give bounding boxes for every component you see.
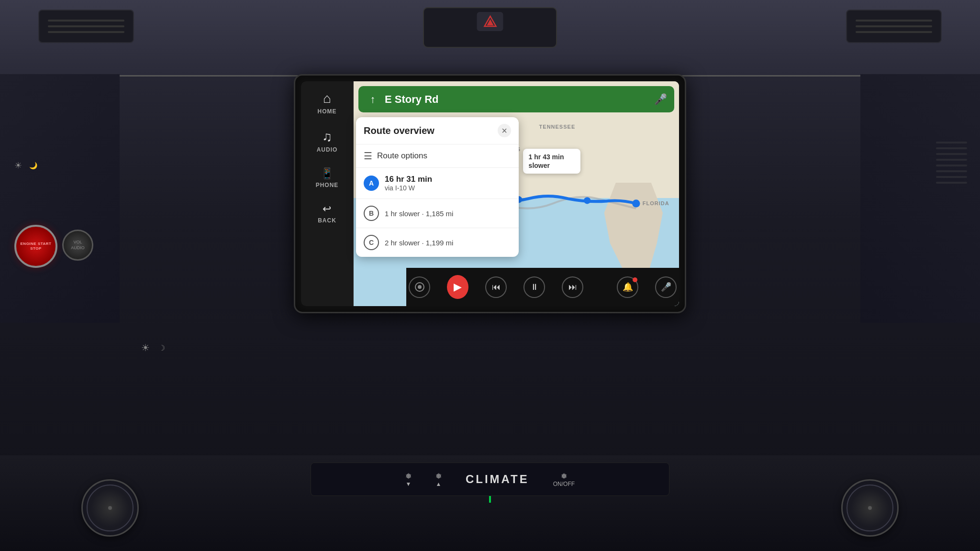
climate-label: CLIMATE [466,473,529,486]
route-item-c[interactable]: C 2 hr slower · 1,199 mi [356,228,519,257]
nav-audio-label: AUDIO [317,146,338,153]
route-badge-b: B [364,206,379,221]
brightness-controls: ☀ 🌙 [14,160,37,171]
route-options-icon: ☰ [364,150,372,162]
route-b-text: 1 hr slower · 1,185 mi [385,209,511,218]
screen-content: OKLAHOMA ARKANSAS TENNESSEE FLORIDA Mexi… [354,81,679,306]
route-info-b: 1 hr slower · 1,185 mi [385,209,511,218]
volume-knob[interactable]: VOLAUDIO [62,230,93,261]
skip-prev-icon: ⏮ [485,276,507,298]
route-a-time: 16 hr 31 min [385,175,511,184]
car-interior: ☀ 🌙 ⌂ HOME ♫ [0,0,980,551]
top-right-vent [846,10,942,43]
fan-down-control[interactable]: ❅ ▼ [405,472,412,487]
route-item-b[interactable]: B 1 hr slower · 1,185 mi [356,199,519,228]
climate-controls-bar: ❅ ▼ ❅ ▲ CLIMATE ❅ ON/OFF [311,463,669,496]
skip-prev-button[interactable]: ⏮ [485,276,507,298]
nav-back[interactable]: ↩ BACK [318,203,336,224]
fan-mode-label: ON/OFF [553,481,575,487]
nav-header-bar: ↑ E Story Rd 🎤 [358,86,674,112]
climate-knob-right[interactable] [841,479,899,537]
climate-knob-left[interactable] [81,479,139,537]
green-indicator [489,496,491,503]
nav-phone[interactable]: 📱 PHONE [316,167,339,188]
android-auto-circle-icon [409,276,430,298]
fan-mode-control[interactable]: ❅ ON/OFF [553,472,575,487]
route-info-a: 16 hr 31 min via I-10 W [385,175,511,192]
engine-button-label: ENGINE START STOP [16,242,56,252]
right-side-vent [932,103,970,222]
fan-up-icon: ❅ [435,472,442,481]
nav-street-name: E Story Rd [385,93,649,106]
route-badge-c: C [364,235,379,250]
pause-button[interactable]: ⏸ [523,276,545,298]
fan-down-arrow: ▼ [405,481,411,487]
route-badge-a: A [364,176,379,191]
panel-title: Route overview [364,125,434,136]
route-options-button[interactable]: ☰ Route options [356,144,519,168]
audio-icon: ♫ [322,129,332,144]
sun-icon: ☀ [141,342,150,353]
play-button[interactable]: ▶ [447,276,468,298]
screen-bezel: ⌂ HOME ♫ AUDIO 📱 PHONE ↩ BACK [294,74,686,313]
notification-badge [633,277,637,282]
microphone-icon: 🎤 [655,276,677,298]
route-a-via: via I-10 W [385,184,511,192]
nav-direction-arrow: ↑ [366,92,380,107]
top-left-vent [38,10,134,43]
hazard-button[interactable] [477,12,503,31]
bottom-controls-bar: ▶ ⏮ ⏸ ⏭ [406,268,679,306]
nav-home[interactable]: ⌂ HOME [318,91,337,115]
back-icon: ↩ [323,203,331,215]
android-auto-button[interactable] [409,276,430,298]
route-options-label: Route options [377,151,427,161]
notification-button[interactable]: 🔔 [617,276,638,298]
engine-start-stop-button[interactable]: ENGINE START STOP [14,225,57,268]
dashboard-lower: ❅ ▼ ❅ ▲ CLIMATE ❅ ON/OFF [0,455,980,551]
left-dashboard: ☀ 🌙 [0,74,120,323]
phone-icon: 📱 [321,167,334,180]
route-overview-panel: Route overview × ☰ Route options A 16 hr… [356,117,519,257]
microphone-button[interactable]: 🎤 [655,276,677,298]
brightness-label-area: ☀ ☽ [141,342,165,353]
panel-header: Route overview × [356,117,519,144]
svg-point-3 [632,199,640,207]
time-callout-text: 1 hr 43 minslower [529,153,575,170]
nav-audio[interactable]: ♫ AUDIO [317,129,338,153]
dashboard-top [0,0,980,77]
route-c-text: 2 hr slower · 1,199 mi [385,239,511,247]
vol-label: VOLAUDIO [71,240,85,251]
svg-point-7 [418,285,422,289]
moon-icon: ☽ [158,343,165,353]
right-dashboard [860,74,980,323]
top-center-vent [423,7,557,48]
skip-next-button[interactable]: ⏭ [562,276,583,298]
route-info-c: 2 hr slower · 1,199 mi [385,239,511,247]
home-icon: ⌂ [323,91,331,106]
fan-up-control[interactable]: ❅ ▲ [435,472,442,487]
fan-up-arrow: ▲ [435,481,441,487]
pause-icon: ⏸ [523,276,545,298]
nav-panel: ⌂ HOME ♫ AUDIO 📱 PHONE ↩ BACK [301,81,354,306]
nav-mic-icon[interactable]: 🎤 [654,93,667,106]
route-item-a[interactable]: A 16 hr 31 min via I-10 W [356,168,519,199]
svg-point-5 [584,197,590,204]
skip-next-icon: ⏭ [562,276,583,298]
screen-inner: ⌂ HOME ♫ AUDIO 📱 PHONE ↩ BACK [301,81,679,306]
fan-icon: ❅ [405,472,412,481]
nav-home-label: HOME [318,108,337,115]
time-callout: 1 hr 43 minslower [523,149,580,174]
play-red-icon: ▶ [447,275,468,299]
close-button[interactable]: × [498,124,511,137]
fan-mode-icon: ❅ [561,472,567,481]
nav-back-label: BACK [318,217,336,224]
nav-phone-label: PHONE [316,182,339,188]
